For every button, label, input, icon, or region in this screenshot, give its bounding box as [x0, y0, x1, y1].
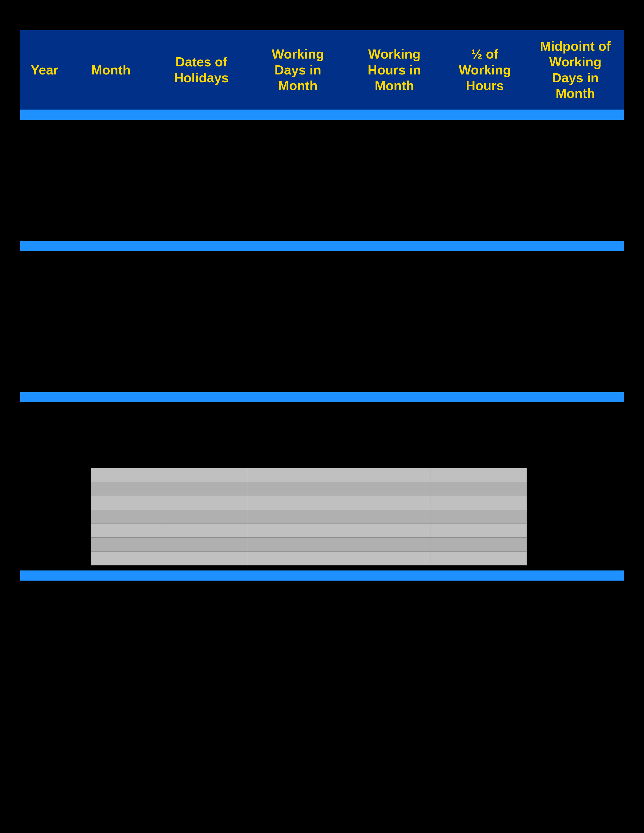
- cell: [248, 537, 335, 551]
- pre-table-space: [20, 418, 624, 468]
- col-header-month: Month: [69, 31, 153, 109]
- cell: [91, 482, 161, 496]
- section-2: [20, 251, 624, 392]
- cell: [161, 482, 248, 496]
- table-row: [91, 496, 527, 510]
- divider-3: [20, 392, 624, 402]
- cell: [248, 468, 335, 482]
- table-row: [91, 524, 527, 537]
- cell: [248, 482, 335, 496]
- cell: [431, 482, 526, 496]
- table-row: [91, 468, 527, 482]
- col-header-midpoint: Midpoint of Working Days in Month: [527, 31, 623, 109]
- cell: [91, 496, 161, 510]
- main-table: Year Month Dates of Holidays Working Day…: [20, 30, 624, 109]
- cell: [335, 468, 431, 482]
- cell: [161, 510, 248, 524]
- cell: [335, 551, 431, 565]
- table-row: [91, 537, 527, 551]
- cell: [431, 468, 526, 482]
- cell: [248, 510, 335, 524]
- divider-1: [20, 109, 624, 120]
- cell: [248, 496, 335, 510]
- cell: [248, 551, 335, 565]
- cell: [161, 551, 248, 565]
- cell: [335, 482, 431, 496]
- table-row: [91, 551, 527, 565]
- cell: [161, 524, 248, 537]
- page-container: Year Month Dates of Holidays Working Day…: [0, 0, 644, 833]
- cell: [91, 510, 161, 524]
- cell: [431, 496, 526, 510]
- cell: [431, 551, 526, 565]
- cell: [335, 524, 431, 537]
- section-1: [20, 120, 624, 241]
- cell: [161, 468, 248, 482]
- cell: [335, 537, 431, 551]
- cell: [335, 496, 431, 510]
- cell: [431, 537, 526, 551]
- cell: [91, 524, 161, 537]
- divider-bottom: [20, 571, 624, 581]
- table-row: [91, 482, 527, 496]
- col-header-working-days: Working Days in Month: [250, 31, 346, 109]
- col-header-half-hours: ½ of Working Hours: [443, 31, 527, 109]
- data-section: [20, 402, 624, 565]
- divider-2: [20, 241, 624, 251]
- cell: [91, 537, 161, 551]
- table-header-row: Year Month Dates of Holidays Working Day…: [21, 31, 623, 109]
- cell: [161, 496, 248, 510]
- table-row: [91, 510, 527, 524]
- col-header-working-hours: Working Hours in Month: [346, 31, 443, 109]
- data-table: [91, 468, 527, 565]
- section-bottom: [20, 581, 624, 656]
- cell: [91, 468, 161, 482]
- cell: [91, 551, 161, 565]
- col-header-dates-holidays: Dates of Holidays: [153, 31, 250, 109]
- cell: [248, 524, 335, 537]
- data-table-wrapper: [91, 468, 604, 565]
- cell: [161, 537, 248, 551]
- cell: [431, 524, 526, 537]
- cell: [335, 510, 431, 524]
- col-header-year: Year: [21, 31, 69, 109]
- cell: [431, 510, 526, 524]
